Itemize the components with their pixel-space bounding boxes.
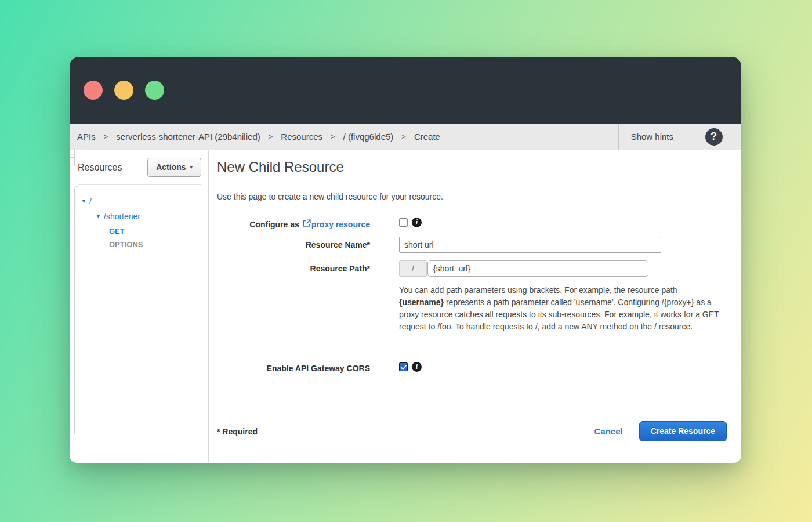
breadcrumb-separator: > [269,132,273,141]
content-area: Resources Actions ▾ ▼ / ▼ /shortener GET… [70,150,741,462]
resource-path-label: Resource Path* [217,260,370,277]
resource-name-control [399,237,661,253]
breadcrumb-separator: > [331,132,335,141]
actions-dropdown-button[interactable]: Actions ▾ [147,158,201,177]
proxy-resource-link[interactable]: proxy resource [299,219,370,229]
cors-row: Enable API Gateway CORS i [217,360,727,373]
zoom-window-button[interactable] [145,81,164,100]
path-help-username: {username} [399,298,444,307]
show-hints-button[interactable]: Show hints [618,124,686,150]
resource-name-row: Resource Name* [217,237,727,253]
resource-name-input[interactable] [399,237,661,253]
path-help-part2: represents a path parameter called 'user… [399,298,719,331]
resource-path-input[interactable] [427,260,648,277]
cors-label: Enable API Gateway CORS [217,360,370,373]
sidebar-title: Resources [78,162,122,173]
path-help-part1: You can add path parameters using bracke… [399,285,677,295]
tree-method-options[interactable]: OPTIONS [81,240,208,249]
help-icon[interactable]: ? [705,128,723,146]
collapsed-panel-edge [74,186,78,434]
breadcrumb-api-name[interactable]: serverless-shortener-API (29b4nilied) [116,132,260,142]
create-resource-button[interactable]: Create Resource [639,421,727,441]
footer-divider [217,411,727,411]
title-divider [217,183,727,183]
actions-button-label: Actions [156,162,186,172]
resource-name-label: Resource Name* [217,237,370,253]
resource-path-control: / [399,260,648,277]
cors-control: i [399,360,422,373]
window-titlebar [70,57,741,124]
chevron-down-icon: ▾ [190,164,193,170]
breadcrumb-create[interactable]: Create [414,132,440,142]
configure-as-row: Configure asproxy resource i [217,216,727,229]
info-icon[interactable]: i [412,362,422,372]
resources-sidebar: Resources Actions ▾ ▼ / ▼ /shortener GET… [70,150,209,462]
collapsed-panel-edge [74,150,75,166]
breadcrumb-resource-id[interactable]: / (fivqg6lde5) [343,132,394,142]
tree-item-root[interactable]: ▼ / [81,197,208,206]
configure-as-control: i [399,216,422,229]
configure-as-label: Configure asproxy resource [217,216,370,229]
help-section: ? [686,124,741,150]
resource-path-prefix: / [399,260,427,277]
external-link-icon [303,219,311,229]
browser-window: APIs > serverless-shortener-API (29b4nil… [70,57,741,463]
page-title: New Child Resource [217,159,727,175]
tree-item-shortener[interactable]: ▼ /shortener [81,212,208,221]
proxy-resource-link-text: proxy resource [311,220,370,229]
required-note: * Required [217,427,594,436]
form-footer: * Required Cancel Create Resource [217,421,727,441]
tree-method-get[interactable]: GET [81,227,208,235]
tree-item-root-label: / [89,197,92,206]
resource-path-row: Resource Path* / [217,260,727,277]
path-help-text: You can add path parameters using bracke… [399,284,722,333]
cancel-button[interactable]: Cancel [594,426,623,436]
breadcrumb-separator: > [104,132,108,141]
close-window-button[interactable] [84,81,103,100]
intro-text: Use this page to create a new child reso… [217,192,727,201]
sidebar-header: Resources Actions ▾ [70,158,208,177]
resource-tree: ▼ / ▼ /shortener GET OPTIONS [70,185,208,249]
caret-down-icon[interactable]: ▼ [96,213,104,219]
new-child-resource-panel: New Child Resource Use this page to crea… [209,150,741,462]
info-icon[interactable]: i [412,217,422,227]
breadcrumb-apis[interactable]: APIs [77,132,96,142]
breadcrumb-resources[interactable]: Resources [281,132,322,142]
breadcrumb-separator: > [401,132,406,141]
breadcrumb-bar: APIs > serverless-shortener-API (29b4nil… [70,124,741,150]
proxy-resource-checkbox[interactable] [399,218,408,227]
tree-item-shortener-label: /shortener [104,212,140,221]
cors-checkbox[interactable] [399,362,408,371]
breadcrumb: APIs > serverless-shortener-API (29b4nil… [70,124,618,150]
caret-down-icon[interactable]: ▼ [81,198,89,204]
minimize-window-button[interactable] [114,81,133,100]
configure-as-label-text: Configure as [249,220,299,229]
